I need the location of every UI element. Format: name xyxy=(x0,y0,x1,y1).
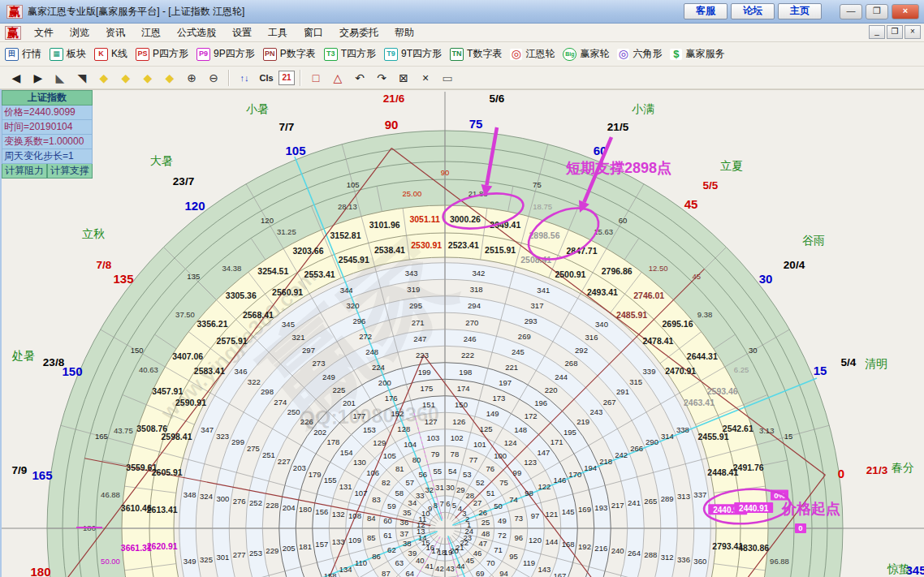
symbol-title: 上证指数 xyxy=(2,90,93,105)
svg-text:324: 324 xyxy=(200,492,213,501)
close-button[interactable]: × xyxy=(892,4,919,19)
svg-text:123: 123 xyxy=(524,458,537,467)
parameter-panel: 上证指数 价格=2440.9099时间=20190104变换系数=1.00000… xyxy=(2,90,93,179)
kline-icon: K xyxy=(94,48,108,61)
gann-wheel[interactable]: 赢家www.yingjia360.comQQ:10080036012345678… xyxy=(0,90,924,577)
svg-text:8: 8 xyxy=(434,501,438,510)
square-tool-icon[interactable]: □ xyxy=(306,68,326,88)
svg-text:75: 75 xyxy=(469,117,483,131)
svg-text:316: 316 xyxy=(585,333,598,342)
svg-text:100: 100 xyxy=(494,451,507,460)
svg-text:298: 298 xyxy=(261,387,274,396)
collapse-icon[interactable]: × xyxy=(416,68,435,88)
customer-service-button[interactable]: 客服 xyxy=(684,3,728,19)
svg-text:134: 134 xyxy=(339,565,352,574)
toolbar-winner-wheel-button[interactable]: Big赢家轮 xyxy=(563,47,609,61)
svg-text:156: 156 xyxy=(315,507,328,516)
svg-text:348: 348 xyxy=(184,490,196,499)
pointer-left-icon[interactable]: ◣ xyxy=(50,68,70,88)
menu-item-5[interactable]: 设置 xyxy=(224,27,260,38)
svg-text:135: 135 xyxy=(113,272,133,286)
updown-icon[interactable]: ↑↓ xyxy=(235,68,254,88)
svg-text:267: 267 xyxy=(603,398,616,407)
menu-item-9[interactable]: 帮助 xyxy=(386,27,422,38)
toolbar-p-table-button[interactable]: PNP数字表 xyxy=(263,47,316,61)
toolbar-blocks-button[interactable]: ▦板块 xyxy=(50,47,86,61)
menu-item-6[interactable]: 工具 xyxy=(260,27,296,38)
svg-text:7/7: 7/7 xyxy=(279,121,295,133)
menu-item-0[interactable]: 文件 xyxy=(26,27,62,38)
zoom-in-icon[interactable]: ⊕ xyxy=(182,68,201,88)
gann-wheel-canvas[interactable]: 赢家www.yingjia360.comQQ:10080036012345678… xyxy=(0,89,924,577)
toolbar-t-table-button[interactable]: TNT数字表 xyxy=(450,47,502,61)
menu-item-8[interactable]: 交易委托 xyxy=(331,27,386,38)
mdi-restore-button[interactable]: ❐ xyxy=(887,25,903,39)
toolbar-9t-square-button[interactable]: T99T四方形 xyxy=(384,47,442,61)
home-button[interactable]: 主页 xyxy=(778,3,822,19)
svg-text:227: 227 xyxy=(278,457,291,466)
svg-text:349: 349 xyxy=(184,557,196,566)
svg-text:269: 269 xyxy=(518,332,531,341)
svg-text:27: 27 xyxy=(473,498,482,507)
mdi-close-button[interactable]: × xyxy=(905,25,921,39)
svg-text:347: 347 xyxy=(201,425,214,434)
menu-item-7[interactable]: 窗口 xyxy=(296,27,331,38)
calc-support-button[interactable]: 计算支撑 xyxy=(47,164,93,179)
title-bar[interactable]: 赢 赢家江恩专业版[赢家服务平台] - [上证指数 江恩轮] 客服 论坛 主页 … xyxy=(0,0,924,24)
svg-text:20/4: 20/4 xyxy=(784,259,805,271)
rotate-cw-icon[interactable]: ↷ xyxy=(372,68,391,88)
calendar-icon[interactable]: 21 xyxy=(278,71,295,85)
zoom-out-icon[interactable]: ⊖ xyxy=(204,68,223,88)
toolbar-t-square-button[interactable]: T3T四方形 xyxy=(324,47,376,61)
svg-text:338: 338 xyxy=(676,425,689,434)
forum-button[interactable]: 论坛 xyxy=(731,3,775,19)
menu-item-4[interactable]: 公式选股 xyxy=(169,27,224,38)
mdi-minimize-button[interactable]: _ xyxy=(869,25,885,39)
menu-item-3[interactable]: 江恩 xyxy=(133,27,169,38)
svg-text:169: 169 xyxy=(578,505,591,514)
diamond-left-icon[interactable]: ◆ xyxy=(94,68,114,88)
toolbar-quotes-button[interactable]: 田行情 xyxy=(5,47,41,61)
toolbar-gann-wheel-button[interactable]: ◎江恩轮 xyxy=(510,47,555,61)
svg-text:90: 90 xyxy=(385,118,399,131)
diamond-down-icon[interactable]: ◆ xyxy=(160,68,179,88)
close-box-icon[interactable]: ⊠ xyxy=(394,68,413,88)
svg-text:300: 300 xyxy=(216,494,229,503)
svg-text:26: 26 xyxy=(478,508,487,517)
triangle-tool-icon[interactable]: △ xyxy=(328,68,348,88)
next-arrow-icon[interactable]: ▶ xyxy=(28,68,48,88)
diamond-right-icon[interactable]: ◆ xyxy=(116,68,136,88)
board-icon[interactable]: ▭ xyxy=(438,68,457,88)
svg-text:294: 294 xyxy=(468,301,481,310)
svg-text:253: 253 xyxy=(249,549,262,558)
svg-text:2796.86: 2796.86 xyxy=(602,266,633,276)
toolbar-9p-square-button[interactable]: P99P四方形 xyxy=(196,47,255,61)
svg-text:34.38: 34.38 xyxy=(222,264,242,273)
svg-text:201: 201 xyxy=(343,398,356,407)
menu-item-1[interactable]: 浏览 xyxy=(62,27,97,38)
cls-icon[interactable]: Cls xyxy=(257,68,276,88)
svg-text:60: 60 xyxy=(619,216,628,225)
minimize-button[interactable]: — xyxy=(840,4,862,19)
calc-resistance-button[interactable]: 计算阻力 xyxy=(2,164,47,179)
rotate-ccw-icon[interactable]: ↶ xyxy=(350,68,369,88)
svg-text:3.13: 3.13 xyxy=(759,426,775,435)
svg-text:2440.91: 2440.91 xyxy=(739,504,769,513)
svg-text:340: 340 xyxy=(595,320,608,329)
svg-text:128: 128 xyxy=(397,424,410,433)
svg-text:225: 225 xyxy=(332,385,345,394)
svg-text:108: 108 xyxy=(348,511,361,520)
svg-text:180: 180 xyxy=(299,505,312,514)
app-icon: 赢 xyxy=(6,5,23,19)
svg-text:105: 105 xyxy=(383,451,396,460)
pointer-right-icon[interactable]: ◥ xyxy=(72,68,92,88)
diamond-up-icon[interactable]: ◆ xyxy=(138,68,158,88)
maximize-button[interactable]: ❐ xyxy=(866,4,888,19)
prev-arrow-icon[interactable]: ◀ xyxy=(6,68,26,88)
toolbar-service-button[interactable]: $赢家服务 xyxy=(670,47,724,61)
toolbar-hexagon-button[interactable]: ◎六角形 xyxy=(617,47,662,61)
toolbar-kline-button[interactable]: KK线 xyxy=(94,47,127,61)
toolbar-p-square-button[interactable]: PSP四方形 xyxy=(136,47,188,61)
svg-text:216: 216 xyxy=(594,544,607,553)
menu-item-2[interactable]: 资讯 xyxy=(97,27,133,38)
